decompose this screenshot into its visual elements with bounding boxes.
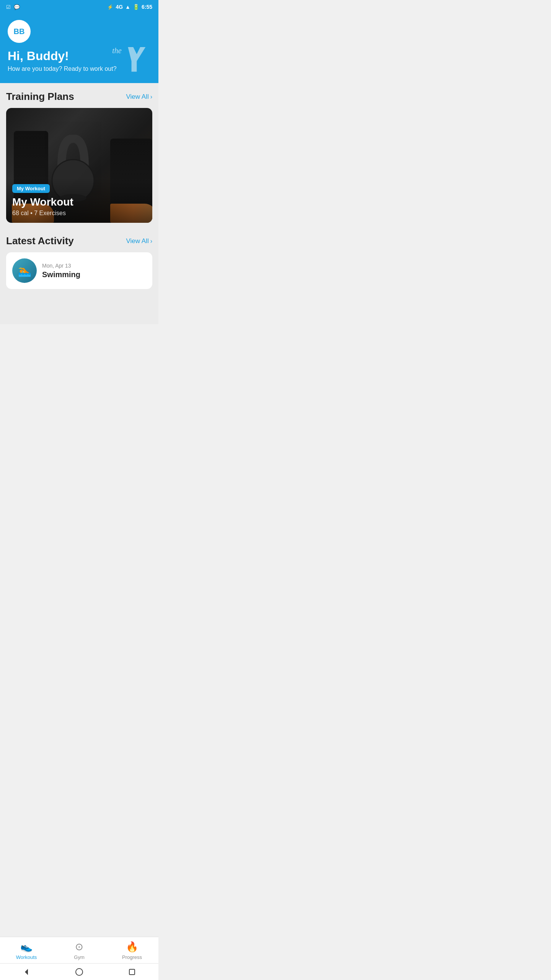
header: BB Hi, Buddy! How are you today? Ready t… (0, 14, 158, 83)
swim-icon: 🏊 (18, 265, 31, 277)
training-plans-header: Training Plans View All › (6, 91, 152, 103)
chat-icon: 💬 (14, 4, 20, 10)
latest-activity-header: Latest Activity View All › (6, 235, 152, 247)
latest-activity-section: Latest Activity View All › 🏊 Mon, Apr 13… (0, 227, 158, 294)
svg-marker-1 (128, 47, 145, 72)
bluetooth-icon: ⚡ (107, 4, 113, 10)
checklist-icon: ☑ (6, 4, 11, 10)
latest-activity-view-all[interactable]: View All › (126, 237, 152, 245)
training-plans-title: Training Plans (6, 91, 74, 103)
chevron-right-icon: › (150, 93, 152, 100)
svg-text:the: the (112, 46, 122, 55)
main-content: Training Plans View All › (0, 83, 158, 324)
signal-icon: ▲ (125, 4, 130, 10)
avatar[interactable]: BB (8, 20, 31, 43)
status-bar: ☑ 💬 ⚡ 4G ▲ 🔋 6:55 (0, 0, 158, 14)
activity-thumbnail: 🏊 (12, 258, 37, 283)
training-card[interactable]: My Workout My Workout 68 cal • 7 Exercis… (6, 108, 152, 223)
status-bar-right: ⚡ 4G ▲ 🔋 6:55 (107, 4, 152, 10)
training-plans-section: Training Plans View All › (0, 83, 158, 227)
training-plans-view-all[interactable]: View All › (126, 93, 152, 101)
activity-info: Mon, Apr 13 Swimming (42, 263, 146, 279)
activity-name: Swimming (42, 270, 146, 279)
card-title: My Workout (12, 196, 146, 208)
card-tag: My Workout (12, 184, 50, 193)
latest-activity-title: Latest Activity (6, 235, 74, 247)
card-meta: 68 cal • 7 Exercises (12, 210, 146, 217)
status-bar-left: ☑ 💬 (6, 4, 20, 10)
activity-card[interactable]: 🏊 Mon, Apr 13 Swimming (6, 252, 152, 289)
network-label: 4G (116, 4, 123, 10)
avatar-initials: BB (14, 27, 25, 36)
activity-date: Mon, Apr 13 (42, 263, 146, 269)
ymca-logo: the (109, 35, 151, 77)
time-display: 6:55 (142, 4, 152, 10)
battery-icon: 🔋 (133, 4, 139, 10)
card-overlay: My Workout My Workout 68 cal • 7 Exercis… (6, 178, 152, 223)
chevron-right-icon-2: › (150, 238, 152, 245)
